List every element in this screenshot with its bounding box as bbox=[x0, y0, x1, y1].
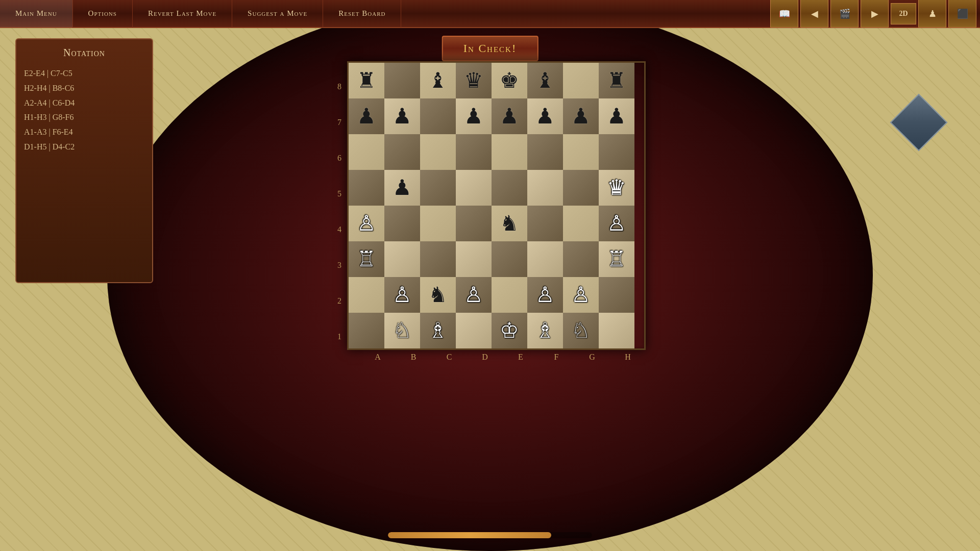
board-pattern-icon-button[interactable]: ⬛ bbox=[948, 0, 976, 28]
chess-cell[interactable] bbox=[384, 63, 420, 98]
chess-cell[interactable]: ♚ bbox=[492, 63, 527, 98]
next-button[interactable]: ▶ bbox=[861, 0, 889, 28]
chess-cell[interactable]: ♘ bbox=[563, 313, 599, 348]
chess-cell[interactable] bbox=[349, 134, 384, 170]
chess-cell[interactable] bbox=[563, 134, 599, 170]
view-2d-button[interactable]: 2D bbox=[891, 3, 916, 24]
piece-icon-button[interactable]: ♟ bbox=[918, 0, 946, 28]
chess-cell[interactable] bbox=[420, 170, 456, 206]
chess-cell[interactable]: ♙ bbox=[384, 277, 420, 313]
chess-piece: ♟ bbox=[500, 106, 519, 127]
chess-piece: ♟ bbox=[535, 106, 555, 127]
chess-cell[interactable]: ♜ bbox=[349, 63, 384, 98]
chess-cell[interactable] bbox=[599, 134, 634, 170]
chess-cell[interactable]: ♗ bbox=[527, 313, 563, 348]
chess-cell[interactable]: ♟ bbox=[492, 98, 527, 134]
chess-cell[interactable]: ♟ bbox=[599, 98, 634, 134]
chess-cell[interactable]: ♝ bbox=[420, 63, 456, 98]
chess-piece: ♟ bbox=[393, 177, 412, 198]
chess-cell[interactable]: ♘ bbox=[384, 313, 420, 348]
chess-cell[interactable]: ♟ bbox=[527, 98, 563, 134]
chess-cell[interactable]: ♟ bbox=[384, 98, 420, 134]
chess-cell[interactable] bbox=[527, 170, 563, 206]
chess-cell[interactable] bbox=[599, 277, 634, 313]
chess-cell[interactable]: ♙ bbox=[563, 277, 599, 313]
chess-cell[interactable]: ♟ bbox=[563, 98, 599, 134]
chess-cell[interactable] bbox=[420, 134, 456, 170]
chess-cell[interactable] bbox=[384, 241, 420, 277]
chess-cell[interactable] bbox=[527, 241, 563, 277]
chess-cell[interactable]: ♙ bbox=[349, 206, 384, 241]
chess-cell[interactable]: ♞ bbox=[420, 277, 456, 313]
chess-cell[interactable] bbox=[599, 313, 634, 348]
chess-cell[interactable] bbox=[349, 170, 384, 206]
chess-piece: ♟ bbox=[571, 106, 591, 127]
notation-move-item: A1-A3 | F6-E4 bbox=[24, 125, 144, 140]
chess-cell[interactable]: ♝ bbox=[527, 63, 563, 98]
chess-cell[interactable] bbox=[563, 170, 599, 206]
chess-cell[interactable] bbox=[563, 206, 599, 241]
rank-labels: 87654321 bbox=[334, 69, 345, 355]
chess-piece: ♜ bbox=[357, 70, 376, 91]
revert-last-move-button[interactable]: Revert Last Move bbox=[133, 0, 232, 28]
chess-cell[interactable] bbox=[563, 63, 599, 98]
prev-button[interactable]: ◀ bbox=[800, 0, 828, 28]
book-icon-button[interactable]: 📖 bbox=[770, 0, 798, 28]
chess-piece: ♚ bbox=[500, 70, 519, 91]
chess-cell[interactable]: ♜ bbox=[599, 63, 634, 98]
chess-piece: ♞ bbox=[500, 213, 519, 234]
chess-cell[interactable]: ♔ bbox=[492, 313, 527, 348]
chess-cell[interactable] bbox=[384, 206, 420, 241]
reset-board-button[interactable]: Reset Board bbox=[323, 0, 401, 28]
chess-piece: ♙ bbox=[607, 213, 626, 234]
chess-cell[interactable] bbox=[456, 241, 492, 277]
notation-move-item: D1-H5 | D4-C2 bbox=[24, 140, 144, 155]
camera-icon-button[interactable]: 🎬 bbox=[830, 0, 859, 28]
chess-cell[interactable] bbox=[456, 170, 492, 206]
chess-piece: ♙ bbox=[357, 213, 376, 234]
chess-cell[interactable]: ♛ bbox=[599, 170, 634, 206]
chess-piece: ♛ bbox=[464, 70, 483, 91]
chess-cell[interactable]: ♙ bbox=[599, 206, 634, 241]
chess-cell[interactable] bbox=[420, 241, 456, 277]
chess-piece: ♖ bbox=[607, 248, 626, 270]
file-label: A bbox=[360, 353, 396, 362]
file-label: E bbox=[503, 353, 538, 362]
chess-cell[interactable] bbox=[349, 277, 384, 313]
chess-cell[interactable]: ♙ bbox=[456, 277, 492, 313]
chess-cell[interactable]: ♗ bbox=[420, 313, 456, 348]
chess-cell[interactable] bbox=[492, 277, 527, 313]
chess-cell[interactable]: ♟ bbox=[384, 170, 420, 206]
file-label: H bbox=[610, 353, 646, 362]
main-menu-button[interactable]: Main Menu bbox=[0, 0, 73, 28]
chess-cell[interactable]: ♖ bbox=[599, 241, 634, 277]
chess-cell[interactable] bbox=[456, 313, 492, 348]
rank-label: 4 bbox=[334, 212, 345, 247]
chess-cell[interactable]: ♟ bbox=[456, 98, 492, 134]
chess-cell[interactable] bbox=[456, 134, 492, 170]
chess-cell[interactable]: ♖ bbox=[349, 241, 384, 277]
notation-moves: E2-E4 | C7-C5H2-H4 | B8-C6A2-A4 | C6-D4H… bbox=[24, 66, 144, 155]
chess-cell[interactable] bbox=[527, 206, 563, 241]
chess-cell[interactable] bbox=[492, 170, 527, 206]
chess-piece: ♖ bbox=[357, 248, 376, 270]
chess-cell[interactable]: ♞ bbox=[492, 206, 527, 241]
chess-cell[interactable] bbox=[420, 98, 456, 134]
chess-cell[interactable] bbox=[420, 206, 456, 241]
chess-board[interactable]: ♜♝♛♚♝♜♟♟♟♟♟♟♟♟♛♙♞♙♖♖♙♞♙♙♙♘♗♔♗♘ bbox=[347, 61, 646, 350]
notation-move-item: A2-A4 | C6-D4 bbox=[24, 96, 144, 111]
chess-cell[interactable]: ♟ bbox=[349, 98, 384, 134]
chess-cell[interactable]: ♙ bbox=[527, 277, 563, 313]
chess-cell[interactable] bbox=[492, 134, 527, 170]
chess-cell[interactable] bbox=[492, 241, 527, 277]
chess-cell[interactable] bbox=[384, 134, 420, 170]
chess-cell[interactable] bbox=[349, 313, 384, 348]
chess-cell[interactable]: ♛ bbox=[456, 63, 492, 98]
chess-cell[interactable] bbox=[563, 241, 599, 277]
chess-cell[interactable] bbox=[456, 206, 492, 241]
options-button[interactable]: Options bbox=[73, 0, 133, 28]
rank-label: 5 bbox=[334, 176, 345, 212]
file-label: D bbox=[467, 353, 503, 362]
chess-cell[interactable] bbox=[527, 134, 563, 170]
suggest-move-button[interactable]: Suggest a Move bbox=[232, 0, 323, 28]
